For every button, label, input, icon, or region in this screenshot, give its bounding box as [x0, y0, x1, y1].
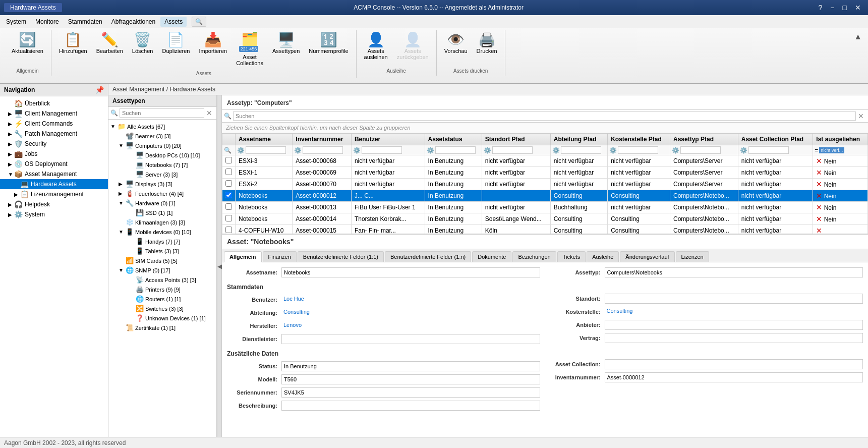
hersteller-link[interactable]: Lenovo — [281, 321, 540, 331]
importieren-button[interactable]: 📥 Importieren — [195, 30, 230, 57]
beschreibung-input[interactable] — [281, 401, 540, 411]
menu-system[interactable]: System — [2, 17, 30, 27]
col-collection[interactable]: Asset Collection Pfad — [738, 134, 813, 145]
tree-item-klimaanlagen[interactable]: ❄️ Klimaanlagen (3) [3] — [108, 217, 216, 227]
tab-tickets[interactable]: Tickets — [557, 251, 586, 262]
modell-input[interactable] — [281, 374, 540, 384]
filter-assetstatus[interactable] — [435, 146, 476, 154]
tab-allgemein[interactable]: Allgemein — [224, 251, 262, 262]
col-assetname[interactable]: Assetname — [236, 134, 293, 145]
asset-collections-button[interactable]: 🗂️ 221 456 AssetCollections — [233, 30, 267, 69]
maximize-button[interactable]: □ — [840, 3, 850, 13]
tree-item-sim-cards[interactable]: 📶 SIM Cards (5) [5] — [108, 256, 216, 265]
menu-assets[interactable]: Assets — [160, 17, 187, 27]
status-input[interactable] — [281, 361, 540, 371]
tab-lizenzen[interactable]: Lizenzen — [676, 251, 709, 262]
close-button[interactable]: ✕ — [852, 3, 864, 13]
seriennummer-input[interactable] — [281, 387, 540, 398]
nummernprofile-button[interactable]: 🔢 Nummernprofile — [305, 30, 352, 57]
tab-aenderungsverlauf[interactable]: Änderungsverlauf — [620, 251, 674, 262]
table-row[interactable]: Notebooks Asset-0000014 Thorsten Korbrak… — [222, 213, 868, 225]
sidebar-item-helpdesk[interactable]: ▶ 🎧 Helpdesk — [0, 199, 108, 209]
tree-item-snmp[interactable]: ▼ 🌐 SNMP (0) [17] — [108, 265, 216, 275]
filter-assetname[interactable] — [246, 146, 286, 154]
tree-item-desktop-pcs[interactable]: 🖥️ Desktop PCs (10) [10] — [108, 150, 216, 160]
sidebar-item-lizenzmanagement[interactable]: ▶ 📋 Lizenzmanagement — [0, 189, 108, 199]
tree-item-alle-assets[interactable]: ▼ 📁 Alle Assets [67] — [108, 122, 216, 131]
kostenstelle-link[interactable]: Consulting — [605, 307, 863, 317]
hinzufuegen-button[interactable]: 📋 Hinzufügen — [55, 30, 91, 57]
col-ausgeliehen[interactable]: Ist ausgeliehen — [813, 134, 868, 145]
row-checkbox[interactable] — [225, 215, 232, 221]
tab-ausleihe[interactable]: Ausleihe — [587, 251, 619, 262]
tab-benutzerdefinierte-felder-1-n[interactable]: Benutzerdefinierte Felder (1:n) — [385, 251, 471, 262]
drucken-button[interactable]: 🖨️ Drucken — [473, 30, 501, 57]
benutzer-link[interactable]: Loc Hue — [281, 295, 540, 305]
collapse-handle[interactable]: ◀ — [217, 95, 222, 437]
tree-item-tablets[interactable]: 📱 Tablets (3) [3] — [108, 246, 216, 256]
col-standort[interactable]: Standort Pfad — [482, 134, 550, 145]
tab-finanzen[interactable]: Finanzen — [263, 251, 297, 262]
sidebar-item-jobs[interactable]: ▶ 💼 Jobs — [0, 149, 108, 159]
table-row[interactable]: ESXi-1 Asset-0000069 nicht verfügbar In … — [222, 167, 868, 179]
abteilung-link[interactable]: Consulting — [281, 308, 540, 318]
vorschau-button[interactable]: 👁️ Vorschau — [441, 30, 471, 57]
assets-ausleihen-button[interactable]: 👤 Assetsausleihen — [361, 30, 391, 63]
tree-item-hardware[interactable]: ▼ 🔧 Hardware (0) [1] — [108, 198, 216, 208]
aktualisieren-button[interactable]: 🔄 Aktualisieren — [8, 30, 47, 57]
assetname-input[interactable] — [281, 267, 540, 277]
asset-search-input[interactable] — [233, 111, 856, 121]
navigation-pin-btn[interactable]: 📌 — [95, 86, 104, 94]
col-benutzer[interactable]: Benutzer — [351, 134, 425, 145]
tree-item-access-points[interactable]: 📡 Access Points (3) [3] — [108, 275, 216, 285]
table-row[interactable]: 4-COFFUH-W10 Asset-0000015 Fan- Fin- mar… — [222, 225, 868, 235]
assets-zurueckgeben-button[interactable]: 👤 Assetszurückgeben — [393, 30, 432, 63]
asset-tree-search-clear[interactable]: ✕ — [204, 109, 214, 117]
tab-benutzerdefinierte-felder-1-1[interactable]: Benutzerdefinierte Felder (1:1) — [298, 251, 384, 262]
ribbon-collapse-btn[interactable]: ▲ — [854, 32, 862, 41]
row-checkbox[interactable] — [225, 203, 232, 210]
menu-stammdaten[interactable]: Stammdaten — [64, 17, 106, 27]
tree-item-handys[interactable]: 📱 Handys (7) [7] — [108, 237, 216, 246]
tree-item-zertifikate[interactable]: 📜 Zertifikate (1) [1] — [108, 323, 216, 332]
sidebar-item-asset-management[interactable]: ▼ 📦 Asset Management — [0, 169, 108, 179]
sidebar-item-client-management[interactable]: ▶ 🖥️ Client Management — [0, 108, 108, 119]
tree-item-switches[interactable]: 🔀 Switches (3) [3] — [108, 304, 216, 313]
anbieter-input[interactable] — [605, 320, 863, 330]
col-assetstatus[interactable]: Assetstatus — [425, 134, 482, 145]
row-checkbox[interactable] — [225, 157, 232, 163]
row-checkbox[interactable] — [225, 169, 232, 175]
tree-item-displays[interactable]: ▶ 🖥️ Displays (3) [3] — [108, 179, 216, 189]
sidebar-item-system[interactable]: ▶ ⚙️ System — [0, 209, 108, 219]
assettyp-input[interactable] — [605, 267, 863, 277]
filter-assettyp[interactable] — [680, 146, 721, 154]
bearbeiten-button[interactable]: ✏️ Bearbeiten — [93, 30, 127, 57]
duplizieren-button[interactable]: 📄 Duplizieren — [158, 30, 193, 57]
tree-item-server[interactable]: 🖥️ Server (3) [3] — [108, 170, 216, 179]
tree-item-notebooks[interactable]: 💻 Notebooks (7) [7] — [108, 160, 216, 170]
asset-collection-input[interactable] — [605, 359, 863, 369]
sidebar-item-os-deployment[interactable]: ▶ 💿 OS Deployment — [0, 159, 108, 169]
menu-monitore[interactable]: Monitore — [31, 17, 63, 27]
tab-beziehungen[interactable]: Beziehungen — [512, 251, 556, 262]
tab-dokumente[interactable]: Dokumente — [472, 251, 511, 262]
row-checkbox[interactable] — [225, 227, 232, 233]
table-row[interactable]: Notebooks Asset-0000013 FiBu User FiBu-U… — [222, 202, 868, 213]
vertrag-input[interactable] — [605, 333, 863, 343]
standort-input[interactable] — [605, 294, 863, 304]
assettypen-button[interactable]: 🖥️ Assettypen — [269, 30, 303, 57]
tree-item-printers[interactable]: 🖨️ Printers (9) [9] — [108, 285, 216, 294]
help-button[interactable]: ? — [816, 3, 826, 13]
col-assettyp[interactable]: Assettyp Pfad — [670, 134, 738, 145]
table-row[interactable]: ESXi-2 Asset-0000070 nicht verfügbar In … — [222, 179, 868, 190]
sidebar-item-patch-management[interactable]: ▶ 🔧 Patch Management — [0, 129, 108, 139]
col-kostenstelle[interactable]: Kostenstelle Pfad — [608, 134, 670, 145]
dienstleister-input[interactable] — [281, 334, 540, 344]
menu-search-icon[interactable]: 🔍 — [192, 17, 206, 27]
tree-item-feuerloescher[interactable]: ▶ 🧯 Feuerlöscher (4) [4] — [108, 189, 216, 198]
table-row[interactable]: ESXi-3 Asset-0000068 nicht verfügbar In … — [222, 155, 868, 167]
minimize-button[interactable]: − — [827, 3, 837, 13]
filter-abteilung[interactable] — [561, 146, 601, 154]
asset-search-clear-btn[interactable]: ✕ — [856, 112, 866, 120]
sidebar-item-hardware-assets[interactable]: 💻 Hardware Assets — [0, 179, 108, 189]
